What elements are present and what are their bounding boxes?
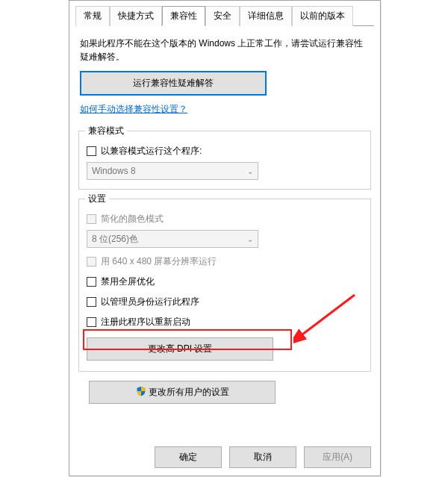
reduced-color-checkbox [87,214,96,224]
tab-general[interactable]: 常规 [75,6,110,26]
tab-security[interactable]: 安全 [205,6,240,26]
manual-settings-link[interactable]: 如何手动选择兼容性设置？ [80,103,187,116]
tab-strip: 常规 快捷方式 兼容性 安全 详细信息 以前的版本 [75,5,374,26]
chevron-down-icon: ⌄ [247,235,253,243]
reduced-color-label: 简化的颜色模式 [101,213,164,225]
apply-button[interactable]: 应用(A) [304,446,371,468]
register-restart-label: 注册此程序以重新启动 [101,316,190,328]
compat-os-select: Windows 8 ⌄ [87,162,258,180]
disable-fullscreen-checkbox[interactable] [87,277,96,287]
settings-group: 设置 简化的颜色模式 8 位(256)色 ⌄ 用 640 x 480 屏幕分辨率… [78,199,371,372]
color-depth-select-value: 8 位(256)色 [92,233,138,246]
ok-button[interactable]: 确定 [155,446,222,468]
disable-fullscreen-label: 禁用全屏优化 [101,275,155,288]
settings-group-title: 设置 [85,193,109,205]
viewport: 常规 快捷方式 兼容性 安全 详细信息 以前的版本 如果此程序不能在这个版本的 … [0,0,448,477]
run-troubleshooter-button[interactable]: 运行兼容性疑难解答 [80,71,267,96]
compatibility-mode-group: 兼容模式 以兼容模式运行这个程序: Windows 8 ⌄ [78,131,371,190]
run-as-admin-checkbox[interactable] [87,297,96,307]
change-all-users-button[interactable]: 更改所有用户的设置 [89,381,276,404]
dialog-footer: 确定 取消 应用(A) [155,446,371,468]
low-res-checkbox [87,257,96,266]
properties-dialog: 常规 快捷方式 兼容性 安全 详细信息 以前的版本 如果此程序不能在这个版本的 … [69,0,381,476]
chevron-down-icon: ⌄ [247,167,253,175]
run-as-admin-label: 以管理员身份运行此程序 [101,296,199,308]
compat-mode-checkbox[interactable] [87,146,96,156]
intro-text: 如果此程序不能在这个版本的 Windows 上正常工作，请尝试运行兼容性疑难解答… [80,37,370,63]
tab-details[interactable]: 详细信息 [240,6,292,26]
compatibility-mode-group-title: 兼容模式 [85,125,127,137]
apply-label: 应用 [323,452,340,462]
cancel-button[interactable]: 取消 [229,446,296,468]
change-all-users-label: 更改所有用户的设置 [149,386,229,399]
tab-previous-versions[interactable]: 以前的版本 [292,6,353,26]
change-dpi-button[interactable]: 更改高 DPI 设置 [87,337,273,361]
tab-content: 如果此程序不能在这个版本的 Windows 上正常工作，请尝试运行兼容性疑难解答… [69,26,380,404]
compat-os-select-value: Windows 8 [92,166,136,176]
color-depth-select: 8 位(256)色 ⌄ [87,230,258,248]
shield-icon [136,386,146,399]
low-res-label: 用 640 x 480 屏幕分辨率运行 [101,255,217,268]
register-restart-checkbox[interactable] [87,317,96,327]
tab-shortcut[interactable]: 快捷方式 [110,6,162,26]
tab-compatibility[interactable]: 兼容性 [162,6,205,26]
apply-accel: (A) [340,452,352,462]
compat-mode-label: 以兼容模式运行这个程序: [101,145,202,158]
